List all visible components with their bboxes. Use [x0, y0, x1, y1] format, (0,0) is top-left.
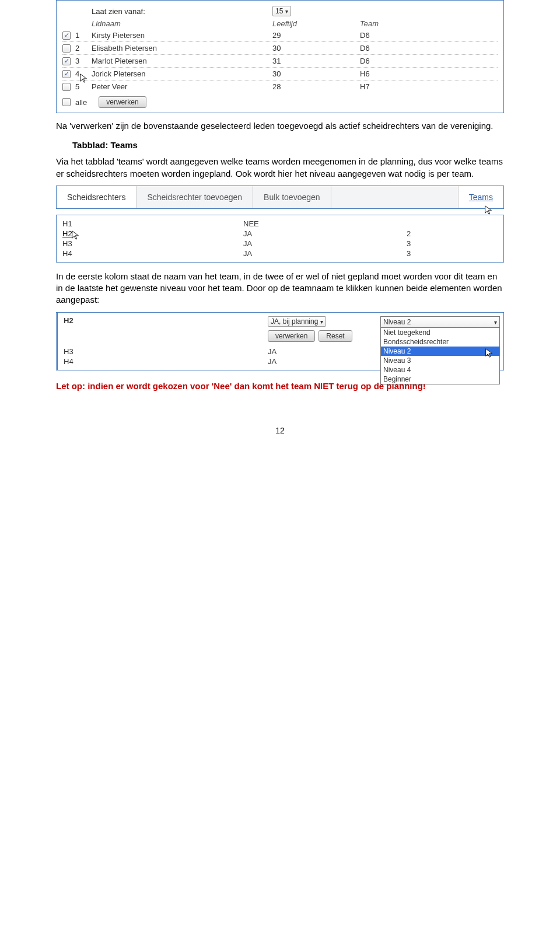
table-row: 2Elisabeth Pietersen30D6 [62, 42, 498, 55]
row-checkbox[interactable]: ✓ [62, 70, 71, 78]
paragraph-3: In de eerste kolom staat de naam van het… [56, 271, 504, 306]
tab-scheidsrechter-toevoegen[interactable]: Scheidsrechter toevoegen [136, 186, 253, 208]
show-from-label: Laat zien vanaf: [92, 7, 272, 16]
alle-label: alle [75, 98, 87, 107]
team-name[interactable]: H3 [62, 239, 243, 248]
row-number: 1 [75, 31, 92, 40]
row-lidnaam: Kirsty Pietersen [92, 31, 272, 40]
row-team: D6 [360, 31, 498, 40]
niveau-current: Niveau 2 [383, 318, 411, 326]
col-leeftijd: Leeftijd [272, 19, 360, 28]
row-team: D6 [360, 57, 498, 65]
edit-team-name: H2 [64, 316, 268, 325]
team-edit-panel: H2 JA, bij planning verwerken Reset Nive… [56, 312, 504, 370]
row-leeftijd: 28 [272, 82, 360, 91]
tab-teams[interactable]: Teams [458, 186, 503, 208]
table-row: 5Peter Veer28H7 [62, 81, 498, 93]
team-name[interactable]: H1 [62, 219, 243, 228]
alle-checkbox[interactable] [62, 98, 71, 106]
table-row: H2JA2 [62, 229, 498, 239]
team-plan: NEE [243, 219, 407, 228]
team-level: 3 [407, 239, 498, 248]
row-checkbox[interactable] [62, 83, 71, 91]
referee-selection-panel: Laat zien vanaf: 15 Lidnaam Leeftijd Tea… [56, 0, 504, 113]
table-row: ✓3Marlot Pietersen31D6 [62, 55, 498, 68]
table-row: ✓1Kirsty Pietersen29D6 [62, 29, 498, 42]
row-leeftijd: 29 [272, 31, 360, 40]
tab-scheidsrechters[interactable]: Scheidsrechters [57, 186, 136, 208]
cursor-icon [484, 205, 494, 215]
reset-button[interactable]: Reset [318, 330, 352, 342]
team-plan: JA [243, 239, 407, 248]
row-leeftijd: 30 [272, 69, 360, 78]
heading-tabblad-teams: Tabblad: Teams [56, 140, 504, 150]
verwerken-button-2[interactable]: verwerken [268, 330, 315, 342]
niveau-option[interactable]: Beginner [381, 375, 499, 384]
row-number: 3 [75, 57, 92, 65]
paragraph-1: Na 'verwerken' zijn de bovenstaande gese… [56, 120, 504, 132]
team-level: 3 [407, 249, 498, 258]
chevron-down-icon [320, 317, 323, 326]
row-team: H7 [360, 82, 498, 91]
row-lidnaam: Peter Veer [92, 82, 272, 91]
niveau-option[interactable]: Niveau 4 [381, 365, 499, 375]
table-row: ✓4Jorick Pietersen30H6 [62, 68, 498, 81]
row-number: 5 [75, 82, 92, 91]
row-team: H6 [360, 69, 498, 78]
row-checkbox[interactable]: ✓ [62, 32, 71, 40]
tabs-panel: Scheidsrechters Scheidsrechter toevoegen… [56, 186, 504, 209]
table-row: H3JA3 [62, 239, 498, 249]
team-plan: JA [243, 249, 407, 258]
row-leeftijd: 31 [272, 57, 360, 65]
table-row: H4JA3 [62, 249, 498, 258]
row-lidnaam: Elisabeth Pietersen [92, 44, 272, 53]
chevron-down-icon [494, 318, 497, 326]
show-from-select[interactable]: 15 [272, 6, 291, 16]
team-name[interactable]: H2 [62, 229, 243, 238]
row-lidnaam: Marlot Pietersen [92, 57, 272, 65]
verwerken-button[interactable]: verwerken [99, 96, 146, 108]
team-name[interactable]: H4 [62, 249, 243, 258]
paragraph-2: Via het tabblad 'teams' wordt aangegeven… [56, 156, 504, 180]
tab-bulk-toevoegen[interactable]: Bulk toevoegen [253, 186, 331, 208]
table-row: H3 JA [64, 347, 500, 356]
row-checkbox[interactable] [62, 44, 71, 53]
table-row: H4 JA [64, 356, 500, 366]
plan-select[interactable]: JA, bij planning [268, 316, 326, 327]
teams-table: H1NEEH2JA2H3JA3H4JA3 [56, 215, 504, 263]
row-lidnaam: Jorick Pietersen [92, 69, 272, 78]
team-level: 2 [407, 229, 498, 238]
team-level [407, 219, 498, 228]
table-row: H1NEE [62, 219, 498, 229]
row-number: 2 [75, 44, 92, 53]
niveau-option[interactable]: Niet toegekend [381, 328, 499, 337]
row-team: D6 [360, 44, 498, 53]
niveau-option[interactable]: Bondsscheidsrechter [381, 337, 499, 347]
team-plan: JA [243, 229, 407, 238]
col-lidnaam: Lidnaam [92, 19, 272, 28]
row-leeftijd: 30 [272, 44, 360, 53]
page-number: 12 [56, 426, 504, 435]
cursor-icon [79, 73, 89, 83]
chevron-down-icon [285, 7, 288, 15]
row-checkbox[interactable]: ✓ [62, 57, 71, 65]
col-team: Team [360, 19, 498, 28]
